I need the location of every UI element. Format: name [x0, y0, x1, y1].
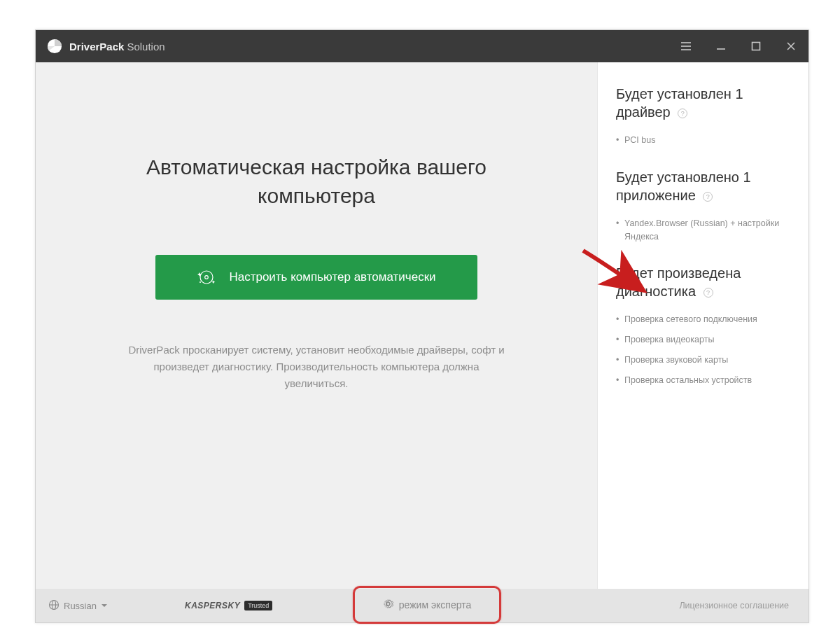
kaspersky-logo-text: KASPERSKY: [185, 601, 240, 610]
help-icon[interactable]: ?: [703, 192, 713, 202]
list-item: PCI bus: [616, 134, 790, 147]
sparkle-disc-icon: [197, 267, 216, 287]
titlebar: DriverPack Solution: [36, 30, 808, 62]
globe-icon: [48, 599, 59, 613]
license-agreement-link[interactable]: Лицензионное соглашение: [679, 601, 789, 610]
list-item: Проверка видеокарты: [616, 333, 790, 347]
section-apps-title: Будет установлено 1 приложение: [616, 169, 751, 203]
drivers-list: PCI bus: [616, 134, 790, 147]
hamburger-menu-button[interactable]: [668, 30, 704, 62]
main-description: DriverPack просканирует систему, установ…: [120, 342, 512, 392]
svg-point-9: [205, 276, 209, 279]
app-window: DriverPack Solution Автоматическая настр…: [35, 29, 809, 623]
svg-point-10: [200, 281, 201, 283]
language-label: Russian: [64, 601, 97, 611]
section-diagnostics: Будет произведена диагностика ? Проверка…: [616, 264, 790, 386]
section-drivers: Будет установлен 1 драйвер ? PCI bus: [616, 85, 790, 147]
diagnostics-list: Проверка сетевого подключения Проверка в…: [616, 313, 790, 386]
minimize-button[interactable]: [704, 30, 738, 62]
list-item: Проверка остальных устройств: [616, 374, 790, 387]
main-panel: Автоматическая настройка вашего компьюте…: [36, 62, 597, 589]
svg-rect-5: [752, 43, 760, 50]
auto-configure-button-label: Настроить компьютер автоматически: [229, 270, 435, 284]
sidebar: Будет установлен 1 драйвер ? PCI bus Буд…: [597, 62, 808, 589]
close-button[interactable]: [774, 30, 808, 62]
expert-mode-button[interactable]: режим эксперта: [383, 599, 471, 611]
list-item: Yandex.Browser (Russian) + настройки Янд…: [616, 217, 790, 244]
list-item: Проверка сетевого подключения: [616, 313, 790, 326]
language-selector[interactable]: Russian: [48, 599, 108, 613]
content-body: Автоматическая настройка вашего компьюте…: [36, 62, 808, 589]
app-logo-icon: [47, 39, 62, 54]
list-item: Проверка звуковой карты: [616, 354, 790, 367]
maximize-button[interactable]: [738, 30, 774, 62]
trusted-badge: Trusted: [244, 601, 272, 610]
section-diagnostics-title: Будет произведена диагностика: [616, 265, 741, 299]
help-icon[interactable]: ?: [678, 109, 687, 118]
svg-point-15: [386, 602, 389, 605]
help-icon[interactable]: ?: [704, 288, 713, 298]
auto-configure-button[interactable]: Настроить компьютер автоматически: [155, 255, 477, 300]
apps-list: Yandex.Browser (Russian) + настройки Янд…: [616, 217, 790, 244]
chevron-down-icon: [101, 602, 108, 609]
section-apps: Будет установлено 1 приложение ? Yandex.…: [616, 168, 790, 244]
expert-mode-label: режим эксперта: [399, 599, 471, 610]
app-title-light: Solution: [127, 41, 164, 53]
app-title-bold: DriverPack: [69, 41, 124, 53]
main-heading: Автоматическая настройка вашего компьюте…: [134, 153, 498, 210]
kaspersky-badge: KASPERSKY Trusted: [185, 601, 272, 610]
gear-icon: [383, 599, 393, 611]
svg-point-8: [200, 271, 213, 284]
